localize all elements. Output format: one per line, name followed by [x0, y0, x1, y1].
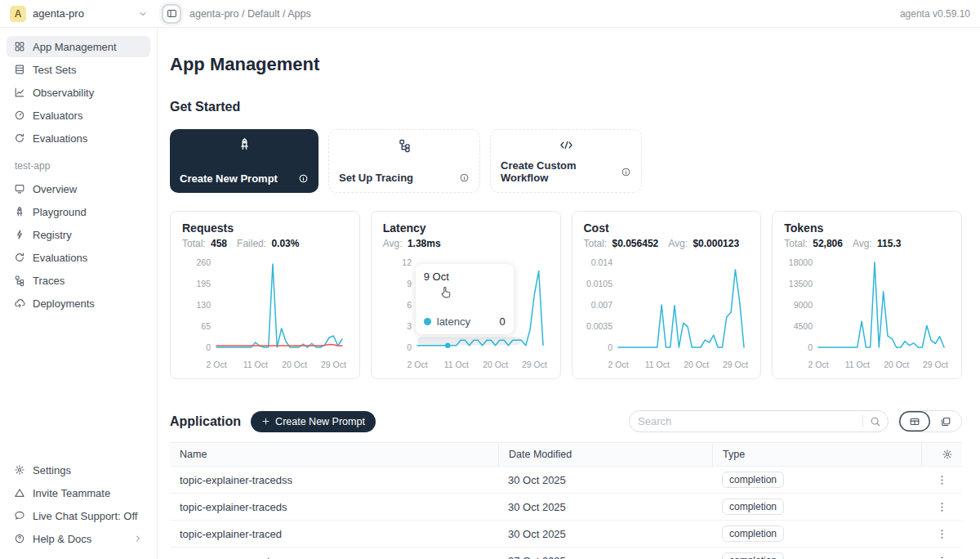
- svg-text:0.0105: 0.0105: [586, 279, 612, 288]
- card-label-row: Create Custom Workflow: [501, 159, 631, 184]
- chart-title: Tokens: [784, 221, 950, 235]
- svg-text:11 Oct: 11 Oct: [243, 360, 268, 369]
- info-icon[interactable]: [621, 167, 631, 177]
- get-started-cards: Create New PromptSet Up TracingCreate Cu…: [170, 129, 962, 193]
- type-badge: completion: [722, 472, 784, 488]
- svg-text:11 Oct: 11 Oct: [443, 360, 468, 369]
- table-row[interactable]: career-assessment27 Oct 2025completion: [170, 548, 962, 559]
- card-view-icon: [940, 416, 951, 427]
- column-header-name[interactable]: Name: [170, 443, 498, 466]
- chart-card-requests: RequestsTotal: 458Failed: 0.03%260195130…: [170, 211, 360, 379]
- info-icon[interactable]: [298, 173, 309, 184]
- table-row[interactable]: topic-explainer-traceds30 Oct 2025comple…: [170, 494, 962, 521]
- chart-stat: Total: $0.056452: [584, 238, 659, 249]
- chart-icon: [13, 87, 25, 98]
- sidebar-item-evaluations[interactable]: Evaluations: [7, 247, 150, 268]
- row-name: topic-explainer-traced: [170, 528, 498, 540]
- sidebar-item-evaluations[interactable]: Evaluations: [7, 127, 150, 149]
- application-title: Application: [170, 414, 241, 429]
- chart-stats: Avg: 1.38ms: [383, 238, 549, 249]
- sidebar-item-overview[interactable]: Overview: [7, 178, 150, 199]
- column-header-date-modified[interactable]: Date Modified: [498, 443, 712, 466]
- type-badge: completion: [722, 552, 784, 559]
- svg-text:20 Oct: 20 Oct: [684, 360, 709, 369]
- svg-text:3: 3: [407, 321, 412, 331]
- svg-text:9000: 9000: [794, 300, 813, 310]
- svg-text:13500: 13500: [789, 279, 813, 288]
- tooltip-row: latency0: [424, 315, 506, 328]
- sidebar-collapse-button[interactable]: [162, 4, 181, 24]
- info-icon[interactable]: [459, 172, 470, 183]
- get-started-title: Get Started: [170, 100, 962, 114]
- svg-text:0: 0: [608, 342, 612, 352]
- create-new-prompt-label: Create New Prompt: [275, 416, 365, 427]
- row-date-modified: 30 Oct 2025: [498, 474, 712, 486]
- create-new-prompt-button[interactable]: Create New Prompt: [251, 411, 376, 432]
- svg-text:0: 0: [206, 342, 211, 352]
- sidebar-item-label: Overview: [33, 183, 77, 195]
- sidebar-item-app-management[interactable]: App Management: [7, 36, 150, 57]
- svg-text:65: 65: [201, 321, 211, 331]
- chart-stat: Avg: 115.3: [853, 238, 902, 249]
- svg-text:0.014: 0.014: [590, 257, 612, 267]
- search-box[interactable]: [629, 410, 889, 432]
- sidebar-item-help-docs[interactable]: Help & Docs: [7, 528, 150, 549]
- tooltip-date: 9 Oct: [424, 271, 506, 283]
- tree-icon: [13, 275, 25, 286]
- get-started-card-set-up-tracing[interactable]: Set Up Tracing: [328, 129, 480, 193]
- table-view-button[interactable]: [899, 411, 930, 432]
- rocket-icon: [13, 206, 25, 217]
- svg-text:2 Oct: 2 Oct: [608, 360, 628, 369]
- chart-stat: Avg: 1.38ms: [383, 238, 441, 249]
- svg-text:11 Oct: 11 Oct: [644, 360, 669, 369]
- sidebar-item-registry[interactable]: Registry: [7, 224, 150, 245]
- row-actions-button[interactable]: [921, 528, 962, 540]
- sidebar-item-label: Settings: [33, 464, 71, 476]
- column-header-type[interactable]: Type: [712, 443, 921, 466]
- get-started-card-create-custom-workflow[interactable]: Create Custom Workflow: [490, 129, 642, 193]
- cursor-pointer: [439, 285, 453, 303]
- card-view-button[interactable]: [930, 411, 961, 432]
- svg-text:29 Oct: 29 Oct: [722, 360, 747, 369]
- column-settings-button[interactable]: [921, 443, 962, 466]
- sidebar-item-invite-teammate[interactable]: Invite Teammate: [7, 482, 150, 503]
- sidebar-item-playground[interactable]: Playground: [7, 201, 150, 222]
- sidebar-item-traces[interactable]: Traces: [7, 270, 150, 291]
- sidebar-item-settings[interactable]: Settings: [7, 459, 150, 481]
- sidebar-main-nav: App ManagementTest SetsObservabilityEval…: [7, 36, 150, 150]
- breadcrumb[interactable]: agenta-pro / Default / Apps: [189, 8, 311, 20]
- row-type: completion: [712, 499, 921, 515]
- rocket-icon: [180, 137, 309, 151]
- get-started-card-create-new-prompt[interactable]: Create New Prompt: [170, 129, 318, 193]
- sidebar-item-live-chat-support-off[interactable]: Live Chat Support: Off: [7, 505, 150, 526]
- svg-text:4500: 4500: [794, 321, 813, 331]
- table-row[interactable]: topic-explainer-traced30 Oct 2025complet…: [170, 521, 962, 548]
- row-actions-button[interactable]: [921, 555, 962, 559]
- row-actions-button[interactable]: [921, 501, 962, 513]
- help-icon: [13, 533, 25, 544]
- bolt-icon: [13, 229, 25, 240]
- series-dot: [424, 318, 431, 325]
- workspace-selector[interactable]: A agenta-pro: [0, 6, 158, 22]
- tooltip-value: 0: [500, 315, 506, 328]
- svg-text:29 Oct: 29 Oct: [923, 360, 948, 369]
- table-body: topic-explainer-tracedss30 Oct 2025compl…: [170, 467, 962, 559]
- sidebar-item-observability[interactable]: Observability: [7, 82, 150, 103]
- search-input[interactable]: [630, 415, 862, 427]
- row-date-modified: 27 Oct 2025: [498, 555, 712, 559]
- search-icon[interactable]: [863, 416, 888, 427]
- card-label-row: Set Up Tracing: [339, 172, 470, 184]
- card-label-row: Create New Prompt: [180, 172, 309, 185]
- sidebar-item-evaluators[interactable]: Evaluators: [7, 105, 150, 126]
- table-view-icon: [909, 416, 920, 427]
- plus-icon: [261, 417, 270, 426]
- row-actions-button[interactable]: [921, 474, 962, 486]
- card-label: Create Custom Workflow: [501, 159, 621, 184]
- sidebar-item-test-sets[interactable]: Test Sets: [7, 59, 150, 80]
- sidebar-item-deployments[interactable]: Deployments: [7, 293, 150, 314]
- svg-text:20 Oct: 20 Oct: [282, 360, 307, 369]
- sidebar-item-label: Live Chat Support: Off: [33, 510, 137, 522]
- tooltip-series-name: latency: [437, 315, 470, 328]
- dots-vertical-icon: [936, 501, 948, 513]
- table-row[interactable]: topic-explainer-tracedss30 Oct 2025compl…: [170, 467, 962, 494]
